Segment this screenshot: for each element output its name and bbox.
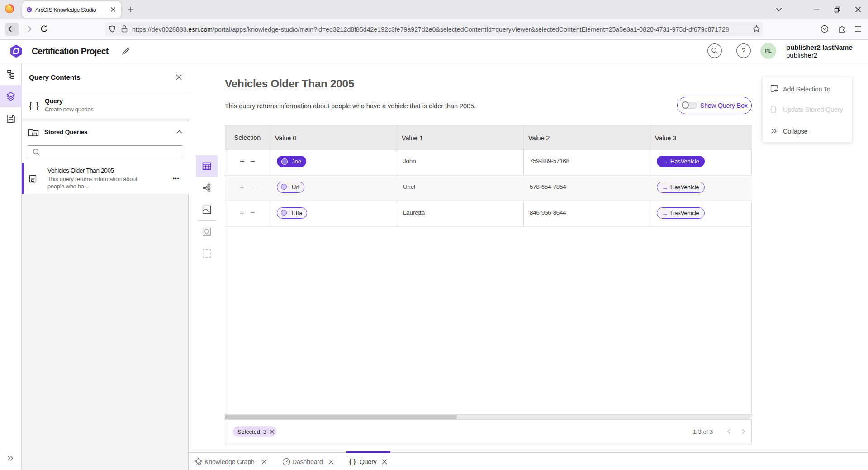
svg-text:?: ? [742, 47, 746, 55]
